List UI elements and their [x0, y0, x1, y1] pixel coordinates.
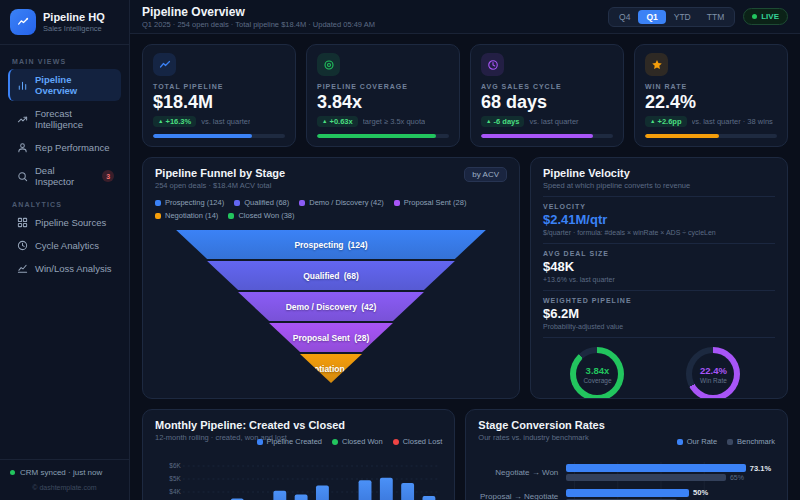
pipeline-created-bar: [401, 483, 414, 500]
win-rate-donut-chart: 22.4% Win Rate: [686, 347, 740, 399]
funnel-title: Pipeline Funnel by Stage: [155, 167, 507, 179]
conversion-panel: Stage Conversion Rates Our rates vs. ind…: [465, 409, 788, 500]
velocity-panel: Pipeline Velocity Speed at which pipelin…: [530, 157, 788, 399]
funnel-legend-item[interactable]: Proposal Sent (28): [394, 198, 467, 207]
sidebar-item-label: Rep Performance: [35, 142, 109, 153]
gauge-value: 3.84x: [583, 365, 611, 376]
live-label: LIVE: [761, 12, 779, 21]
kpi-progress-fill: [645, 134, 719, 138]
monthly-title: Monthly Pipeline: Created vs Closed: [155, 419, 442, 431]
legend-swatch-icon: [393, 439, 399, 445]
bar-value-label: 50%: [693, 488, 708, 497]
range-button-q4[interactable]: Q4: [611, 10, 638, 24]
search-icon: [17, 171, 28, 182]
sidebar: Pipeline HQ Sales Intelligence MAIN VIEW…: [0, 0, 130, 500]
kpi-note: vs. last quarter: [529, 117, 578, 126]
kpi-note: vs. last quarter · 38 wins: [692, 117, 773, 126]
nav-section-label: ANALYTICS: [12, 201, 117, 208]
legend-label: Proposal Sent (28): [404, 198, 467, 207]
kpi-card-total-pipeline: TOTAL PIPELINE $18.4M ▲ +16.3% vs. last …: [142, 44, 296, 147]
funnel-legend-item[interactable]: Closed Won (38): [228, 211, 294, 220]
nav-section-label: MAIN VIEWS: [12, 58, 117, 65]
conversion-bar-chart: Negotiate → Won73.1%65%Proposal → Negoti…: [478, 462, 775, 500]
metric-value: $48K: [543, 259, 775, 274]
monthly-legend-item[interactable]: Pipeline Created: [257, 437, 322, 446]
kpi-note: vs. last quarter: [201, 117, 250, 126]
delta-arrow-icon: ▲: [158, 118, 163, 124]
legend-label: Benchmark: [737, 437, 775, 446]
velocity-metric: AVG DEAL SIZE $48K +13.6% vs. last quart…: [543, 243, 775, 290]
funnel-panel: Pipeline Funnel by Stage 254 open deals …: [142, 157, 520, 399]
delta-arrow-icon: ▲: [486, 118, 491, 124]
range-button-q1[interactable]: Q1: [638, 10, 665, 24]
kpi-note: target ≥ 3.5x quota: [363, 117, 426, 126]
range-button-ttm[interactable]: TTM: [699, 10, 732, 24]
pipeline-created-bar: [295, 495, 308, 500]
kpi-value: $18.4M: [153, 92, 285, 113]
our-rate-bar: [566, 464, 745, 472]
sidebar-item-label: Deal Inspector: [35, 165, 95, 187]
top-header: Pipeline Overview Q1 2025 · 254 open dea…: [130, 0, 800, 34]
conversion-stage-label: Negotiate → Won: [478, 468, 566, 477]
live-indicator[interactable]: LIVE: [743, 8, 788, 25]
metric-label: AVG DEAL SIZE: [543, 250, 775, 257]
sidebar-item-pipeline-sources[interactable]: Pipeline Sources: [8, 212, 121, 233]
by-acv-toggle[interactable]: by ACV: [464, 167, 507, 182]
copyright: © dashtemplate.com: [10, 484, 119, 491]
legend-swatch-icon: [155, 213, 161, 219]
range-button-ytd[interactable]: YTD: [666, 10, 699, 24]
pipeline-created-bar: [380, 478, 393, 500]
legend-swatch-icon: [299, 200, 305, 206]
target-icon: [317, 53, 340, 76]
sidebar-item-deal-inspector[interactable]: Deal Inspector 3: [8, 160, 121, 192]
legend-swatch-icon: [677, 439, 683, 445]
sidebar-item-pipeline-overview[interactable]: Pipeline Overview: [8, 69, 121, 101]
velocity-metric: WEIGHTED PIPELINE $6.2M Probability-adju…: [543, 290, 775, 337]
funnel-legend-item[interactable]: Negotiation (14): [155, 211, 218, 220]
funnel-legend-item[interactable]: Demo / Discovery (42): [299, 198, 384, 207]
gauge-value: 22.4%: [700, 365, 727, 376]
kpi-delta-badge: ▲ +16.3%: [153, 116, 196, 127]
sidebar-item-cycle-analytics[interactable]: Cycle Analytics: [8, 235, 121, 256]
kpi-progress-track: [153, 134, 285, 138]
page-subtitle: Q1 2025 · 254 open deals · Total pipelin…: [142, 20, 375, 29]
monthly-pipeline-panel: Monthly Pipeline: Created vs Closed 12-m…: [142, 409, 455, 500]
gauge-label: Win Rate: [700, 377, 727, 384]
pipeline-created-bar: [316, 486, 329, 500]
funnel-stage: Demo / Discovery (42): [176, 292, 486, 321]
monthly-legend-item[interactable]: Closed Won: [332, 437, 383, 446]
funnel-legend-item[interactable]: Qualified (68): [234, 198, 289, 207]
kpi-label: PIPELINE COVERAGE: [317, 83, 449, 90]
legend-swatch-icon: [234, 200, 240, 206]
kpi-delta-badge: ▲ +0.63x: [317, 116, 358, 127]
coverage-donut-chart: 3.84x Coverage: [570, 347, 624, 399]
kpi-label: WIN RATE: [645, 83, 777, 90]
sidebar-nav: MAIN VIEWS Pipeline Overview Forecast In…: [0, 45, 129, 285]
sidebar-item-win-loss-analysis[interactable]: Win/Loss Analysis: [8, 258, 121, 279]
app-logo: Pipeline HQ Sales Intelligence: [0, 0, 129, 45]
svg-text:$5K: $5K: [169, 475, 181, 482]
sidebar-item-rep-performance[interactable]: Rep Performance: [8, 137, 121, 158]
funnel-legend-item[interactable]: Prospecting (124): [155, 198, 224, 207]
sidebar-item-label: Forecast Intelligence: [35, 108, 114, 130]
metric-note: Probability-adjusted value: [543, 323, 775, 330]
metric-value: $6.2M: [543, 306, 775, 321]
conversion-legend-item[interactable]: Our Rate: [677, 437, 717, 446]
sidebar-item-forecast-intelligence[interactable]: Forecast Intelligence: [8, 103, 121, 135]
trend-icon: [17, 114, 28, 125]
legend-swatch-icon: [155, 200, 161, 206]
kpi-value: 3.84x: [317, 92, 449, 113]
clock-icon: [481, 53, 504, 76]
kpi-delta-badge: ▲ -6 days: [481, 116, 524, 127]
coverage-gauge: 3.84x Coverage vs 3.5x target: [570, 347, 624, 399]
kpi-progress-fill: [317, 134, 436, 138]
sidebar-item-label: Win/Loss Analysis: [35, 263, 112, 274]
kpi-delta-badge: ▲ +2.6pp: [645, 116, 687, 127]
funnel-chart: Prospecting (124)Qualified (68)Demo / Di…: [176, 230, 486, 383]
dashboard-content: TOTAL PIPELINE $18.4M ▲ +16.3% vs. last …: [130, 34, 800, 500]
conversion-legend-item[interactable]: Benchmark: [727, 437, 775, 446]
monthly-legend-item[interactable]: Closed Lost: [393, 437, 443, 446]
gauge-label: Coverage: [583, 377, 611, 384]
app-subtitle: Sales Intelligence: [43, 24, 105, 33]
sidebar-item-label: Pipeline Sources: [35, 217, 106, 228]
